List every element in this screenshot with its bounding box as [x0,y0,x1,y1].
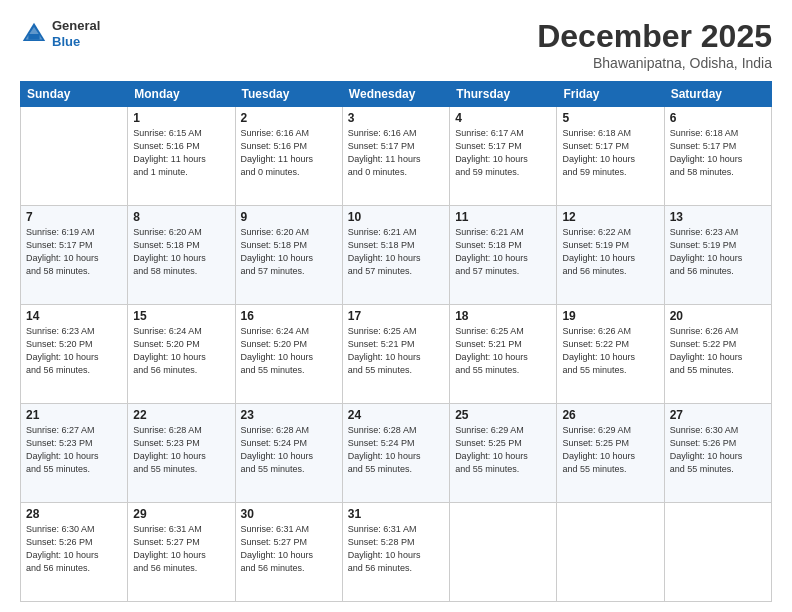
day-info: Sunrise: 6:16 AMSunset: 5:16 PMDaylight:… [241,127,337,179]
day-cell: 21Sunrise: 6:27 AMSunset: 5:23 PMDayligh… [21,404,128,503]
day-info: Sunrise: 6:27 AMSunset: 5:23 PMDaylight:… [26,424,122,476]
day-info: Sunrise: 6:25 AMSunset: 5:21 PMDaylight:… [455,325,551,377]
day-info: Sunrise: 6:23 AMSunset: 5:20 PMDaylight:… [26,325,122,377]
day-number: 20 [670,309,766,323]
day-cell: 18Sunrise: 6:25 AMSunset: 5:21 PMDayligh… [450,305,557,404]
page: General Blue December 2025 Bhawanipatna,… [0,0,792,612]
day-info: Sunrise: 6:17 AMSunset: 5:17 PMDaylight:… [455,127,551,179]
day-number: 12 [562,210,658,224]
day-number: 5 [562,111,658,125]
day-cell [664,503,771,602]
day-cell: 2Sunrise: 6:16 AMSunset: 5:16 PMDaylight… [235,107,342,206]
day-cell: 6Sunrise: 6:18 AMSunset: 5:17 PMDaylight… [664,107,771,206]
day-number: 6 [670,111,766,125]
day-number: 23 [241,408,337,422]
day-number: 17 [348,309,444,323]
title-block: December 2025 Bhawanipatna, Odisha, Indi… [537,18,772,71]
day-cell: 17Sunrise: 6:25 AMSunset: 5:21 PMDayligh… [342,305,449,404]
day-cell: 19Sunrise: 6:26 AMSunset: 5:22 PMDayligh… [557,305,664,404]
day-cell [450,503,557,602]
day-number: 14 [26,309,122,323]
day-number: 11 [455,210,551,224]
day-cell: 4Sunrise: 6:17 AMSunset: 5:17 PMDaylight… [450,107,557,206]
day-number: 9 [241,210,337,224]
day-number: 15 [133,309,229,323]
day-info: Sunrise: 6:21 AMSunset: 5:18 PMDaylight:… [455,226,551,278]
day-cell: 25Sunrise: 6:29 AMSunset: 5:25 PMDayligh… [450,404,557,503]
week-row-4: 21Sunrise: 6:27 AMSunset: 5:23 PMDayligh… [21,404,772,503]
day-cell: 20Sunrise: 6:26 AMSunset: 5:22 PMDayligh… [664,305,771,404]
day-number: 26 [562,408,658,422]
day-cell: 9Sunrise: 6:20 AMSunset: 5:18 PMDaylight… [235,206,342,305]
day-cell: 27Sunrise: 6:30 AMSunset: 5:26 PMDayligh… [664,404,771,503]
day-number: 3 [348,111,444,125]
day-number: 31 [348,507,444,521]
day-info: Sunrise: 6:19 AMSunset: 5:17 PMDaylight:… [26,226,122,278]
day-cell: 15Sunrise: 6:24 AMSunset: 5:20 PMDayligh… [128,305,235,404]
day-cell: 24Sunrise: 6:28 AMSunset: 5:24 PMDayligh… [342,404,449,503]
day-cell: 16Sunrise: 6:24 AMSunset: 5:20 PMDayligh… [235,305,342,404]
day-info: Sunrise: 6:28 AMSunset: 5:24 PMDaylight:… [348,424,444,476]
day-info: Sunrise: 6:24 AMSunset: 5:20 PMDaylight:… [133,325,229,377]
day-info: Sunrise: 6:15 AMSunset: 5:16 PMDaylight:… [133,127,229,179]
col-header-friday: Friday [557,82,664,107]
week-row-5: 28Sunrise: 6:30 AMSunset: 5:26 PMDayligh… [21,503,772,602]
svg-rect-2 [28,34,39,40]
day-info: Sunrise: 6:20 AMSunset: 5:18 PMDaylight:… [133,226,229,278]
day-info: Sunrise: 6:21 AMSunset: 5:18 PMDaylight:… [348,226,444,278]
week-row-3: 14Sunrise: 6:23 AMSunset: 5:20 PMDayligh… [21,305,772,404]
day-info: Sunrise: 6:29 AMSunset: 5:25 PMDaylight:… [562,424,658,476]
day-info: Sunrise: 6:31 AMSunset: 5:28 PMDaylight:… [348,523,444,575]
day-cell: 3Sunrise: 6:16 AMSunset: 5:17 PMDaylight… [342,107,449,206]
day-info: Sunrise: 6:30 AMSunset: 5:26 PMDaylight:… [670,424,766,476]
day-cell: 13Sunrise: 6:23 AMSunset: 5:19 PMDayligh… [664,206,771,305]
calendar-table: SundayMondayTuesdayWednesdayThursdayFrid… [20,81,772,602]
day-cell [557,503,664,602]
day-number: 25 [455,408,551,422]
day-info: Sunrise: 6:24 AMSunset: 5:20 PMDaylight:… [241,325,337,377]
day-info: Sunrise: 6:26 AMSunset: 5:22 PMDaylight:… [562,325,658,377]
month-title: December 2025 [537,18,772,55]
day-cell: 22Sunrise: 6:28 AMSunset: 5:23 PMDayligh… [128,404,235,503]
location: Bhawanipatna, Odisha, India [537,55,772,71]
day-cell: 5Sunrise: 6:18 AMSunset: 5:17 PMDaylight… [557,107,664,206]
day-number: 10 [348,210,444,224]
day-info: Sunrise: 6:23 AMSunset: 5:19 PMDaylight:… [670,226,766,278]
day-number: 21 [26,408,122,422]
day-cell: 23Sunrise: 6:28 AMSunset: 5:24 PMDayligh… [235,404,342,503]
day-number: 2 [241,111,337,125]
day-info: Sunrise: 6:31 AMSunset: 5:27 PMDaylight:… [133,523,229,575]
col-header-sunday: Sunday [21,82,128,107]
day-cell: 31Sunrise: 6:31 AMSunset: 5:28 PMDayligh… [342,503,449,602]
day-cell: 28Sunrise: 6:30 AMSunset: 5:26 PMDayligh… [21,503,128,602]
logo-text: General Blue [52,18,100,49]
header: General Blue December 2025 Bhawanipatna,… [20,18,772,71]
day-info: Sunrise: 6:18 AMSunset: 5:17 PMDaylight:… [670,127,766,179]
day-info: Sunrise: 6:18 AMSunset: 5:17 PMDaylight:… [562,127,658,179]
day-number: 8 [133,210,229,224]
week-row-2: 7Sunrise: 6:19 AMSunset: 5:17 PMDaylight… [21,206,772,305]
day-number: 28 [26,507,122,521]
day-info: Sunrise: 6:26 AMSunset: 5:22 PMDaylight:… [670,325,766,377]
day-number: 24 [348,408,444,422]
day-info: Sunrise: 6:20 AMSunset: 5:18 PMDaylight:… [241,226,337,278]
day-number: 29 [133,507,229,521]
day-cell: 8Sunrise: 6:20 AMSunset: 5:18 PMDaylight… [128,206,235,305]
day-info: Sunrise: 6:22 AMSunset: 5:19 PMDaylight:… [562,226,658,278]
logo-blue: Blue [52,34,100,50]
day-cell: 14Sunrise: 6:23 AMSunset: 5:20 PMDayligh… [21,305,128,404]
day-info: Sunrise: 6:29 AMSunset: 5:25 PMDaylight:… [455,424,551,476]
day-number: 18 [455,309,551,323]
day-info: Sunrise: 6:28 AMSunset: 5:23 PMDaylight:… [133,424,229,476]
day-number: 13 [670,210,766,224]
col-header-saturday: Saturday [664,82,771,107]
col-header-monday: Monday [128,82,235,107]
day-number: 4 [455,111,551,125]
col-header-thursday: Thursday [450,82,557,107]
day-number: 27 [670,408,766,422]
logo-icon [20,20,48,48]
logo: General Blue [20,18,100,49]
week-row-1: 1Sunrise: 6:15 AMSunset: 5:16 PMDaylight… [21,107,772,206]
logo-general: General [52,18,100,34]
day-cell: 26Sunrise: 6:29 AMSunset: 5:25 PMDayligh… [557,404,664,503]
